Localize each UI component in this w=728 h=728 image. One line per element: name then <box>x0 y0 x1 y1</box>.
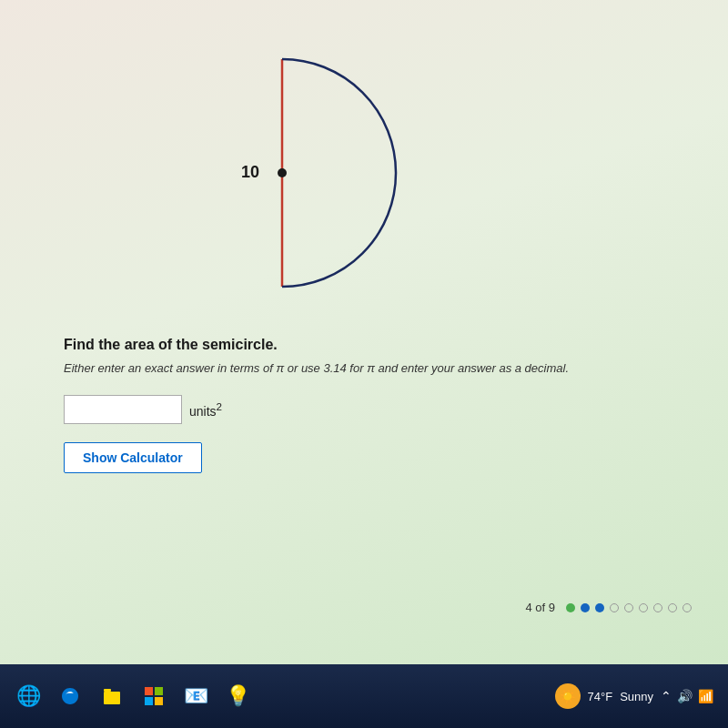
main-content: 10 Find the area of the semicircle. Eith… <box>0 0 728 664</box>
svg-rect-4 <box>104 692 120 704</box>
progress-dot-4 <box>610 603 619 612</box>
svg-rect-7 <box>145 697 153 705</box>
chevron-icon[interactable]: ⌃ <box>661 689 672 703</box>
show-calculator-button[interactable]: Show Calculator <box>64 442 202 473</box>
weather-temp: 74°F <box>588 690 613 703</box>
system-icons: ⌃ 🔊 📶 <box>661 689 713 703</box>
semicircle-diagram: 10 <box>209 41 446 305</box>
svg-rect-8 <box>155 697 163 705</box>
progress-dot-5 <box>624 603 633 612</box>
question-title: Find the area of the semicircle. <box>64 337 664 353</box>
progress-dot-3 <box>595 603 604 612</box>
progress-dot-7 <box>653 603 662 612</box>
progress-dot-9 <box>682 603 692 612</box>
svg-text:10: 10 <box>241 163 259 181</box>
taskbar-chrome-icon[interactable]: 🌐 <box>9 677 47 715</box>
weather-condition: Sunny <box>620 690 653 703</box>
progress-dot-1 <box>566 603 575 612</box>
answer-row: units2 <box>64 395 664 424</box>
svg-point-1 <box>278 168 287 177</box>
question-area: Find the area of the semicircle. Either … <box>55 337 673 473</box>
progress-dot-2 <box>581 603 590 612</box>
taskbar-right: ☀️ 74°F Sunny ⌃ 🔊 📶 <box>555 683 713 709</box>
taskbar-mail-icon[interactable]: 📧 <box>177 677 215 715</box>
svg-rect-5 <box>145 687 153 695</box>
progress-text: 4 of 9 <box>525 601 555 614</box>
taskbar: 🌐 📧 💡 ☀️ 74°F Sunny ⌃ 🔊 📶 <box>0 664 728 728</box>
taskbar-tips-icon[interactable]: 💡 <box>218 677 257 715</box>
weather-icon: ☀️ <box>555 683 581 709</box>
network-icon[interactable]: 📶 <box>698 689 713 703</box>
taskbar-edge-icon[interactable] <box>51 677 89 715</box>
progress-area: 4 of 9 <box>525 601 692 614</box>
units-label: units2 <box>189 400 222 419</box>
progress-dot-6 <box>639 603 648 612</box>
taskbar-files-icon[interactable] <box>93 677 131 715</box>
taskbar-store-icon[interactable] <box>135 677 173 715</box>
diagram-area: 10 <box>55 36 673 309</box>
question-subtitle: Either enter an exact answer in terms of… <box>64 360 664 377</box>
answer-input[interactable] <box>64 395 182 424</box>
svg-rect-6 <box>155 687 163 695</box>
speaker-icon[interactable]: 🔊 <box>677 689 693 703</box>
svg-rect-3 <box>104 689 111 692</box>
progress-dot-8 <box>668 603 677 612</box>
